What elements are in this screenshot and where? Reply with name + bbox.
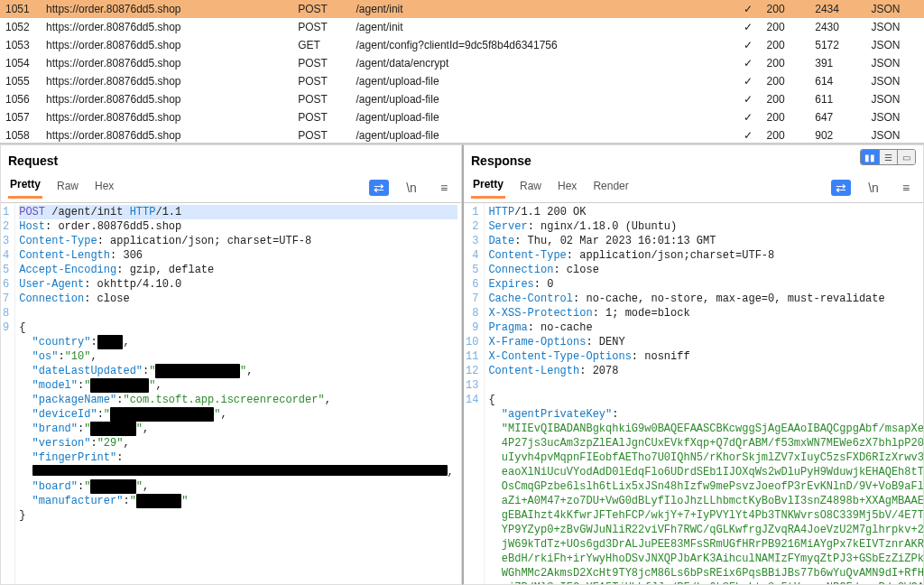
table-row[interactable]: 1052https://order.80876dd5.shopPOST/agen… <box>0 18 924 36</box>
request-title: Request <box>1 145 461 172</box>
table-row[interactable]: 1055https://order.80876dd5.shopPOST/agen… <box>0 72 924 90</box>
table-row[interactable]: 1056https://order.80876dd5.shopPOST/agen… <box>0 90 924 108</box>
request-pane: Request Pretty Raw Hex ⇄ \n ≡ 123456789 … <box>0 144 462 585</box>
wrap-icon[interactable]: ⇄ <box>831 180 851 196</box>
request-editor[interactable]: 123456789 POST /agent/init HTTP/1.1 Host… <box>1 203 461 584</box>
http-history-table[interactable]: 1051https://order.80876dd5.shopPOST/agen… <box>0 0 924 144</box>
wrap-icon[interactable]: ⇄ <box>369 180 389 196</box>
table-row[interactable]: 1051https://order.80876dd5.shopPOST/agen… <box>0 0 924 18</box>
response-title: Response <box>464 145 923 172</box>
tab-hex[interactable]: Hex <box>556 178 578 198</box>
newline-icon[interactable]: \n <box>864 180 883 196</box>
tab-raw[interactable]: Raw <box>518 178 543 198</box>
tab-hex[interactable]: Hex <box>93 178 116 198</box>
tab-raw[interactable]: Raw <box>55 178 80 198</box>
menu-icon[interactable]: ≡ <box>896 180 916 196</box>
tab-render[interactable]: Render <box>591 178 630 198</box>
table-row[interactable]: 1053https://order.80876dd5.shopGET/agent… <box>0 36 924 54</box>
table-row[interactable]: 1057https://order.80876dd5.shopPOST/agen… <box>0 108 924 126</box>
newline-icon[interactable]: \n <box>402 180 421 196</box>
table-row[interactable]: 1054https://order.80876dd5.shopPOST/agen… <box>0 54 924 72</box>
table-row[interactable]: 1058https://order.80876dd5.shopPOST/agen… <box>0 126 924 144</box>
menu-icon[interactable]: ≡ <box>434 180 454 196</box>
tab-pretty[interactable]: Pretty <box>471 176 505 199</box>
response-editor[interactable]: 1234567891011121314 HTTP/1.1 200 OK Serv… <box>464 203 923 584</box>
tab-pretty[interactable]: Pretty <box>8 176 42 199</box>
response-pane: ▮▮ ☰ ▭ Response Pretty Raw Hex Render ⇄ … <box>462 144 924 585</box>
